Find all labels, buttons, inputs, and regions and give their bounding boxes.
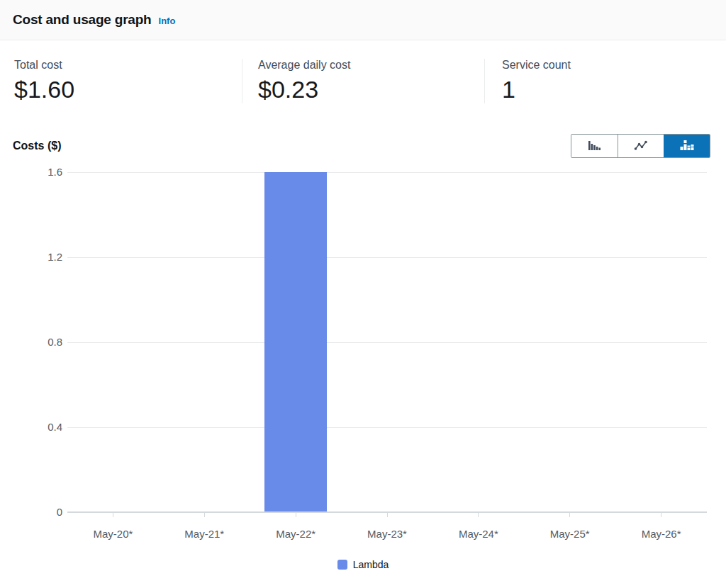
stat-value: $1.60 [14, 76, 242, 103]
stat-average-daily-cost: Average daily cost $0.23 [242, 59, 484, 103]
x-axis-tick-label: May-24* [459, 528, 498, 541]
line-chart-icon [632, 137, 649, 154]
x-axis-tick-label: May-22* [276, 528, 315, 541]
stat-value: $0.23 [258, 76, 484, 103]
chart-type-toggle [571, 134, 710, 158]
chart-type-stacked-bar-button[interactable] [664, 135, 710, 157]
legend-swatch [337, 560, 347, 570]
x-axis-tick-label: May-23* [367, 528, 407, 541]
x-axis-tick-mark [569, 513, 570, 517]
gridline [67, 427, 707, 428]
chart-legend: Lambda [0, 558, 726, 571]
stat-value: 1 [502, 76, 726, 103]
x-axis-tick-mark [113, 513, 113, 517]
stat-service-count: Service count 1 [484, 59, 726, 103]
stacked-bar-chart-icon [678, 137, 696, 154]
chart-bar-lambda[interactable] [264, 172, 327, 512]
gridline [67, 172, 707, 173]
y-axis-tick-label: 1.2 [27, 251, 62, 264]
chart-type-line-button[interactable] [618, 135, 664, 157]
x-axis-tick-mark [387, 513, 388, 517]
panel-header: Cost and usage graph Info [0, 0, 726, 40]
stat-label: Average daily cost [258, 59, 484, 72]
y-axis-tick-label: 0 [27, 506, 62, 519]
x-axis-tick-label: May-20* [93, 528, 133, 541]
chart-title: Costs ($) [13, 140, 61, 152]
x-axis-tick-label: May-21* [184, 528, 224, 541]
x-axis-tick-label: May-25* [550, 528, 590, 541]
x-axis-tick-mark [661, 513, 661, 517]
chart-header: Costs ($) [0, 134, 726, 158]
x-axis-tick-mark [478, 513, 479, 517]
stat-label: Total cost [14, 59, 242, 72]
x-axis-tick-mark [204, 513, 205, 517]
info-link[interactable]: Info [159, 16, 176, 26]
y-axis-tick-label: 0.4 [27, 421, 62, 434]
bar-chart-icon [586, 137, 603, 154]
y-axis-tick-label: 0.8 [27, 336, 62, 349]
cost-usage-chart: 00.40.81.21.6May-20*May-21*May-22*May-23… [0, 158, 726, 544]
chart-type-bar-button[interactable] [571, 135, 618, 157]
gridline [67, 342, 707, 343]
x-axis-tick-label: May-26* [642, 528, 681, 541]
summary-stats: Total cost $1.60 Average daily cost $0.2… [0, 40, 726, 103]
y-axis-tick-label: 1.6 [27, 166, 62, 179]
legend-label: Lambda [353, 559, 389, 570]
legend-item-lambda[interactable]: Lambda [337, 559, 389, 570]
stat-total-cost: Total cost $1.60 [0, 59, 242, 103]
stat-label: Service count [502, 59, 726, 72]
gridline [67, 257, 707, 258]
x-axis-tick-mark [296, 513, 296, 517]
page-title: Cost and usage graph [13, 12, 152, 28]
